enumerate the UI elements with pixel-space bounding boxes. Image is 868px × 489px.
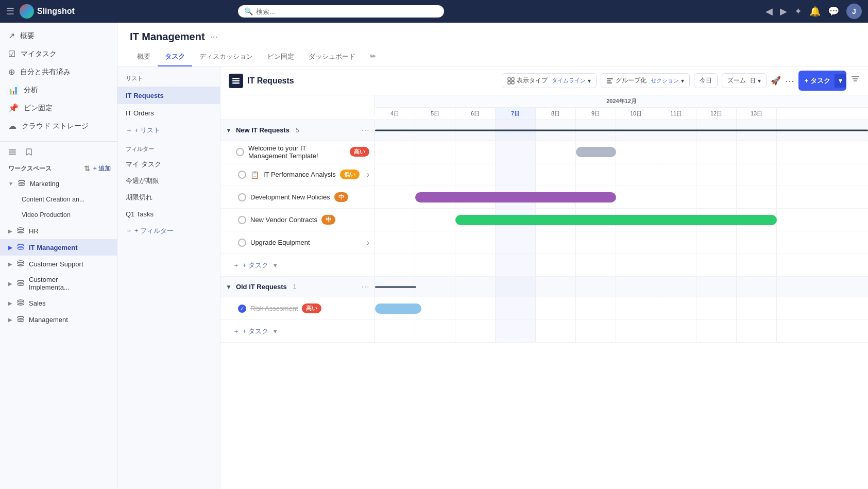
section-dots-old-it[interactable]: ⋯: [361, 282, 369, 292]
view-type-icon: [507, 77, 515, 85]
add-task-chevron[interactable]: ▾: [274, 261, 277, 269]
gantt-panel: IT Requests 表示タイプ タイムライン ▾ グループ化: [220, 66, 868, 489]
section-toggle-new-it[interactable]: ▼: [226, 127, 232, 134]
management-label: Management: [29, 316, 100, 324]
chat-icon[interactable]: 💬: [828, 6, 839, 17]
workspace-item-marketing[interactable]: ▼ Marketing ···: [0, 175, 117, 192]
filter-overdue-soon[interactable]: 今週が期限 ···: [117, 173, 220, 189]
more-options-icon[interactable]: ⋯: [785, 75, 794, 87]
filter-overdue[interactable]: 期限切れ ···: [117, 189, 220, 206]
task-circle-upgrade-equip[interactable]: [238, 239, 246, 247]
logo: Slingshot: [20, 4, 75, 19]
layers-icon: [4, 146, 21, 158]
add-task-label-new-it: + タスク: [243, 261, 268, 270]
sparkle-icon[interactable]: ✦: [794, 6, 802, 17]
add-task-button-old-it[interactable]: ＋ + タスク ▾: [226, 324, 284, 339]
svg-rect-1: [9, 151, 16, 153]
task-circle-vendor-contracts[interactable]: [238, 216, 246, 224]
group-by-button[interactable]: グループ化 セクション ▾: [601, 73, 690, 88]
workspace-item-sales[interactable]: ▶ Sales ···: [0, 295, 117, 311]
task-label-upgrade-equip: Upgrade Equipment: [250, 239, 310, 246]
date-cell-5: 5日: [415, 108, 455, 120]
task-info-vendor-contracts: New Vendor Contracts 中: [220, 209, 375, 231]
section-info-old-it: ▼ Old IT Requests 1 ⋯: [220, 277, 375, 297]
task-row-vendor-contracts: New Vendor Contracts 中: [220, 209, 868, 231]
today-button[interactable]: 今日: [694, 73, 718, 88]
workspace-item-customer-support[interactable]: ▶ Customer Support ···: [0, 256, 117, 272]
tab-edit-icon[interactable]: ✏: [363, 48, 383, 66]
svg-rect-16: [512, 81, 514, 84]
add-task-dropdown[interactable]: ▾: [835, 74, 846, 88]
workspace-item-hr[interactable]: ▶ HR ···: [0, 223, 117, 239]
zoom-button[interactable]: ズーム 日 ▾: [722, 73, 767, 88]
add-task-info-new-it: ＋ + タスク ▾: [220, 254, 375, 276]
add-filter-button[interactable]: ＋ + フィルター: [117, 222, 220, 240]
sidebar-item-pinned[interactable]: 📌 ピン固定: [0, 99, 117, 117]
avatar[interactable]: J: [846, 4, 862, 19]
task-circle-dev-policies[interactable]: [238, 193, 246, 201]
tab-dashboard[interactable]: ダッシュボード: [301, 48, 363, 66]
forward-icon[interactable]: ▶: [780, 6, 787, 17]
back-icon[interactable]: ◀: [765, 6, 773, 17]
filter-my-tasks[interactable]: マイ タスク ···: [117, 156, 220, 173]
view-type-button[interactable]: 表示タイプ タイムライン ▾: [502, 73, 597, 88]
arrow-right-it-perf: ›: [367, 170, 369, 179]
cloud-icon: ☁: [8, 121, 16, 131]
section-label-old-it: Old IT Requests: [236, 283, 287, 291]
menu-icon[interactable]: ☰: [6, 6, 14, 17]
filter-icon[interactable]: [850, 75, 860, 87]
workspace-item-it-management[interactable]: ▶ IT Management ···: [0, 239, 117, 256]
task-row-welcome: Welcome to your IT Management Template! …: [220, 141, 868, 163]
section-dots-new-it[interactable]: ⋯: [361, 125, 369, 135]
priority-badge-welcome: 高い: [350, 147, 369, 157]
task-circle-welcome[interactable]: [236, 148, 244, 156]
workspace-subitem-video-production[interactable]: Video Production ···: [0, 207, 117, 223]
date-cell-13: 13日: [737, 108, 777, 120]
date-group-header: 2024年12月: [375, 95, 868, 108]
task-circle-it-perf[interactable]: [238, 171, 246, 179]
filter-overdue-soon-label: 今週が期限: [126, 176, 159, 186]
notification-icon[interactable]: 🔔: [809, 6, 821, 17]
list-panel-header: リスト: [117, 73, 220, 87]
add-task-button-new-it[interactable]: ＋ + タスク ▾: [226, 258, 284, 273]
task-circle-risk-assess[interactable]: ✓: [238, 305, 246, 313]
hr-stack-icon: [16, 227, 25, 235]
sidebar-nav: ↗ 概要 ☑ マイタスク ⊕ 自分と共有済み 📊 分析 📌 ピン固定 ☁ クラウ: [0, 23, 117, 139]
workspace-item-customer-impl[interactable]: ▶ Customer Implementa... ···: [0, 272, 117, 295]
add-list-button[interactable]: ＋ + リスト: [117, 122, 220, 139]
workspace-item-management[interactable]: ▶ Management ···: [0, 311, 117, 328]
tab-discussion[interactable]: ディスカッション: [192, 48, 260, 66]
add-task-button[interactable]: + タスク ▾: [798, 71, 846, 91]
sidebar-item-overview[interactable]: ↗ 概要: [0, 27, 117, 45]
top-navigation: ☰ Slingshot 🔍 ◀ ▶ ✦ 🔔 💬 J: [0, 0, 868, 23]
tab-tasks[interactable]: タスク: [158, 48, 192, 66]
task-icon-it-perf: 📋: [250, 171, 259, 179]
cs-expand-icon: ▶: [8, 261, 12, 267]
rocket-icon[interactable]: 🚀: [771, 76, 781, 86]
section-count-old-it: 1: [293, 283, 297, 291]
sidebar-item-cloud[interactable]: ☁ クラウド ストレージ: [0, 117, 117, 135]
add-workspace-button[interactable]: + 追加: [93, 164, 111, 173]
search-bar[interactable]: 🔍: [238, 5, 444, 18]
sidebar-item-shared[interactable]: ⊕ 自分と共有済み: [0, 63, 117, 81]
list-item-it-requests[interactable]: IT Requests ···: [117, 87, 220, 104]
workspace-subitem-content-creation[interactable]: Content Creation an... ···: [0, 192, 117, 207]
add-task-chevron-2[interactable]: ▾: [274, 327, 277, 335]
sidebar-item-analysis[interactable]: 📊 分析: [0, 81, 117, 99]
task-row-it-perf: 📋 IT Performance Analysis 低い ›: [220, 163, 868, 186]
group-by-icon: [606, 77, 614, 85]
date-cell-11: 11日: [656, 108, 696, 120]
sidebar-item-cloud-label: クラウド ストレージ: [22, 122, 89, 131]
search-input[interactable]: [256, 8, 438, 15]
bookmark-icon: [21, 146, 37, 158]
workspace-icons: ⇅ + 追加: [84, 164, 111, 173]
tab-pinned[interactable]: ピン固定: [260, 48, 301, 66]
tab-overview[interactable]: 概要: [130, 48, 158, 66]
logo-circle: [20, 4, 34, 19]
sidebar-item-my-tasks[interactable]: ☑ マイタスク: [0, 45, 117, 63]
filter-q1-tasks[interactable]: Q1 Tasks ···: [117, 206, 220, 222]
sort-icon[interactable]: ⇅: [84, 164, 90, 173]
section-toggle-old-it[interactable]: ▼: [226, 283, 232, 291]
page-title-menu-icon[interactable]: ···: [210, 31, 218, 42]
list-item-it-orders[interactable]: IT Orders ···: [117, 104, 220, 122]
